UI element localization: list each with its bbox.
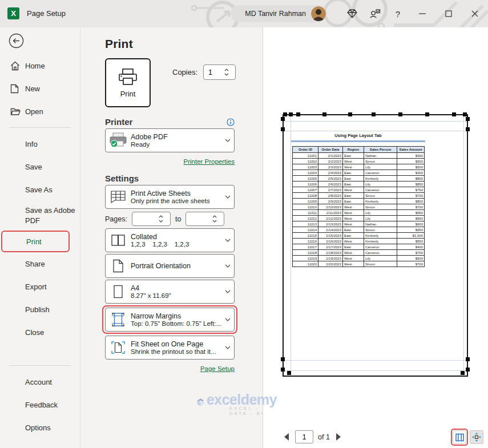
- active-sheets-icon: [106, 190, 131, 204]
- printer-dropdown[interactable]: Adobe PDF Ready: [105, 128, 235, 152]
- close-button[interactable]: [462, 0, 488, 27]
- premium-gem-icon[interactable]: [341, 0, 364, 27]
- margin-handle[interactable]: [281, 368, 285, 372]
- table-cell: Kimberly: [364, 199, 397, 204]
- printer-heading: Printer: [105, 117, 132, 127]
- table-header-row: Order IDOrder DateRegionSales PersonSale…: [293, 147, 425, 153]
- margin-handle[interactable]: [287, 371, 291, 375]
- table-cell: 11009: [293, 199, 318, 204]
- printer-properties-link[interactable]: Printer Properties: [184, 158, 235, 165]
- margin-handle[interactable]: [466, 368, 470, 372]
- margin-handle[interactable]: [461, 371, 465, 375]
- pages-from-stepper[interactable]: [132, 212, 171, 226]
- table-cell: $400: [397, 153, 425, 159]
- pages-from-spin-buttons[interactable]: [158, 215, 167, 223]
- user-avatar[interactable]: [311, 6, 326, 21]
- sidebar-item-save-as-adobe-pdf[interactable]: Save as Adobe PDF: [0, 201, 80, 231]
- margins-annotation-box: Narrow Margins Top: 0.75" Bottom: 0.75" …: [102, 305, 237, 334]
- sidebar-item-home[interactable]: Home: [0, 54, 80, 77]
- sidebar-item-new[interactable]: New: [0, 77, 80, 100]
- margin-handle[interactable]: [372, 112, 376, 116]
- sidebar-item-close[interactable]: Close: [0, 321, 80, 344]
- portrait-page-icon: [106, 259, 131, 273]
- user-name: MD Tanvir Rahman: [245, 10, 306, 18]
- print-button[interactable]: Print: [105, 58, 151, 107]
- help-button[interactable]: ?: [386, 0, 409, 27]
- margin-handle[interactable]: [348, 112, 352, 116]
- table-cell: 2/8/2023: [318, 193, 343, 199]
- pages-to-input[interactable]: [186, 212, 211, 225]
- pages-to-spin-buttons[interactable]: [211, 215, 220, 223]
- sidebar-item-open[interactable]: Open: [0, 100, 80, 123]
- copies-spin-buttons[interactable]: [223, 68, 232, 76]
- sidebar-item-feedback[interactable]: Feedback: [0, 393, 80, 416]
- sidebar-item-save-as[interactable]: Save As: [0, 178, 80, 201]
- page-setup-link[interactable]: Page Setup: [200, 365, 235, 372]
- margin-handle[interactable]: [452, 112, 456, 116]
- table-cell: Lily: [364, 210, 397, 216]
- table-cell: $700: [397, 261, 425, 267]
- table-cell: $950: [397, 216, 425, 221]
- margin-handle[interactable]: [466, 127, 470, 131]
- show-margins-button[interactable]: [453, 430, 466, 444]
- current-page-input[interactable]: [295, 430, 313, 443]
- scaling-dropdown[interactable]: Fit Sheet on One Page Shrink the printou…: [105, 336, 235, 360]
- sidebar-item-print[interactable]: Print: [2, 232, 68, 251]
- print-preview-pane: Using Page Layout Tab Order IDOrder Date…: [263, 27, 488, 448]
- page-count-label: of 1: [318, 433, 330, 441]
- margin-handle[interactable]: [296, 112, 300, 116]
- collation-dropdown[interactable]: Collated 1,2,3 1,2,3 1,2,3: [105, 228, 235, 252]
- sidebar-item-options[interactable]: Options: [0, 416, 80, 439]
- margin-handle[interactable]: [322, 112, 326, 116]
- table-cell: East: [343, 233, 364, 239]
- print-what-dropdown[interactable]: Print Active Sheets Only print the activ…: [105, 185, 235, 209]
- pages-to-stepper[interactable]: [185, 212, 224, 226]
- sidebar-item-label: Export: [25, 282, 47, 291]
- sidebar-item-label: Publish: [25, 305, 50, 314]
- margin-handle[interactable]: [281, 117, 285, 121]
- copies-input[interactable]: [204, 65, 223, 79]
- sidebar-item-save[interactable]: Save: [0, 155, 80, 178]
- table-cell: West: [343, 261, 364, 267]
- sidebar-item-export[interactable]: Export: [0, 275, 80, 298]
- margin-handle[interactable]: [466, 117, 470, 121]
- sidebar-item-label: Info: [25, 140, 38, 148]
- margin-handle[interactable]: [281, 127, 285, 131]
- margin-handle[interactable]: [289, 112, 293, 116]
- sidebar-item-info[interactable]: Info: [0, 132, 80, 155]
- fit-sheet-icon: [106, 340, 131, 355]
- margin-guide-line: [284, 131, 467, 131]
- orientation-dropdown[interactable]: Portrait Orientation: [105, 254, 235, 278]
- table-header-cell: Sales Person: [364, 147, 397, 153]
- print-button-label: Print: [120, 90, 136, 98]
- minimize-button[interactable]: [409, 0, 435, 27]
- account-user-button[interactable]: MD Tanvir Rahman: [245, 6, 326, 21]
- copies-stepper[interactable]: [203, 64, 236, 80]
- sidebar-item-publish[interactable]: Publish: [0, 298, 80, 321]
- chevron-down-icon: [221, 195, 234, 199]
- zoom-to-page-button[interactable]: [470, 430, 483, 444]
- table-row: 110172/17/2023EastCameron$400: [293, 244, 425, 250]
- table-cell: $550: [397, 239, 425, 244]
- pages-from-input[interactable]: [132, 212, 158, 225]
- previous-page-button[interactable]: [283, 432, 291, 442]
- margin-handle[interactable]: [466, 357, 470, 361]
- paper-size-dropdown[interactable]: A4 8.27" x 11.69": [105, 280, 235, 304]
- info-icon[interactable]: [227, 118, 235, 126]
- next-page-button[interactable]: [334, 432, 342, 442]
- table-cell: $700: [397, 193, 425, 199]
- collated-icon: [106, 234, 131, 247]
- table-cell: 2/7/2023: [318, 187, 343, 193]
- sidebar-item-account[interactable]: Account: [0, 370, 80, 393]
- margin-handle[interactable]: [425, 112, 429, 116]
- margins-dropdown[interactable]: Narrow Margins Top: 0.75" Bottom: 0.75" …: [105, 308, 235, 332]
- table-cell: 11005: [293, 176, 318, 181]
- margin-handle[interactable]: [281, 357, 285, 361]
- back-button[interactable]: [9, 33, 24, 49]
- margin-handle[interactable]: [283, 112, 287, 116]
- share-people-icon[interactable]: [364, 0, 386, 27]
- sidebar-item-share[interactable]: Share: [0, 252, 80, 275]
- margin-handle[interactable]: [398, 112, 402, 116]
- maximize-button[interactable]: [435, 0, 462, 27]
- margin-handle[interactable]: [463, 112, 467, 116]
